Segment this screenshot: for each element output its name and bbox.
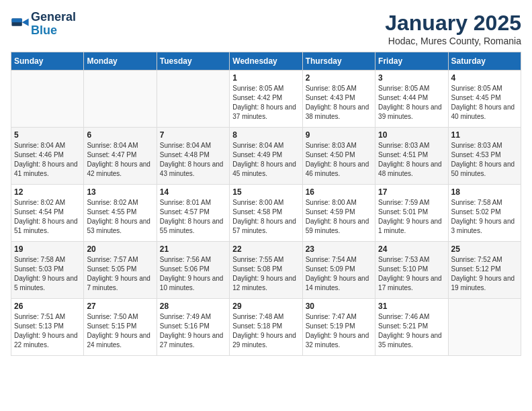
calendar-cell: 7Sunrise: 8:04 AM Sunset: 4:48 PM Daylig… [157,128,229,185]
day-number: 11 [451,130,518,140]
day-info: Sunrise: 8:04 AM Sunset: 4:47 PM Dayligh… [87,141,153,179]
day-number: 9 [306,130,372,140]
calendar-cell: 18Sunrise: 7:58 AM Sunset: 5:02 PM Dayli… [448,185,521,242]
day-number: 22 [232,244,299,254]
day-info: Sunrise: 8:02 AM Sunset: 4:54 PM Dayligh… [14,198,81,236]
day-number: 1 [232,73,299,83]
calendar-cell: 10Sunrise: 8:03 AM Sunset: 4:51 PM Dayli… [375,128,448,185]
calendar-cell: 26Sunrise: 7:51 AM Sunset: 5:13 PM Dayli… [11,299,84,356]
day-number: 20 [87,244,153,254]
calendar-cell: 17Sunrise: 7:59 AM Sunset: 5:01 PM Dayli… [375,185,448,242]
calendar-cell [157,71,229,128]
week-row-4: 19Sunrise: 7:58 AM Sunset: 5:03 PM Dayli… [11,242,521,299]
day-info: Sunrise: 8:03 AM Sunset: 4:50 PM Dayligh… [306,141,372,179]
calendar-cell: 8Sunrise: 8:04 AM Sunset: 4:49 PM Daylig… [230,128,302,185]
calendar-cell: 16Sunrise: 8:00 AM Sunset: 4:59 PM Dayli… [302,185,375,242]
day-number: 15 [232,187,299,197]
day-info: Sunrise: 7:54 AM Sunset: 5:09 PM Dayligh… [306,255,372,293]
calendar-cell [448,299,521,356]
day-info: Sunrise: 7:58 AM Sunset: 5:03 PM Dayligh… [14,255,81,293]
day-number: 5 [14,130,81,140]
day-number: 25 [451,244,518,254]
day-info: Sunrise: 7:55 AM Sunset: 5:08 PM Dayligh… [232,255,299,293]
day-number: 10 [378,130,445,140]
weekday-header-monday: Monday [84,52,157,71]
day-info: Sunrise: 8:05 AM Sunset: 4:42 PM Dayligh… [232,84,299,122]
calendar-cell: 25Sunrise: 7:52 AM Sunset: 5:12 PM Dayli… [448,242,521,299]
day-number: 19 [14,244,81,254]
week-row-5: 26Sunrise: 7:51 AM Sunset: 5:13 PM Dayli… [11,299,521,356]
day-info: Sunrise: 8:01 AM Sunset: 4:57 PM Dayligh… [160,198,226,236]
week-row-2: 5Sunrise: 8:04 AM Sunset: 4:46 PM Daylig… [11,128,521,185]
day-number: 21 [160,244,226,254]
day-info: Sunrise: 7:51 AM Sunset: 5:13 PM Dayligh… [14,312,81,350]
calendar-cell: 20Sunrise: 7:57 AM Sunset: 5:05 PM Dayli… [84,242,157,299]
main-title: January 2025 [385,11,521,36]
day-info: Sunrise: 7:56 AM Sunset: 5:06 PM Dayligh… [160,255,226,293]
weekday-header-thursday: Thursday [302,52,375,71]
title-block: January 2025 Hodac, Mures County, Romani… [385,11,521,46]
day-number: 24 [378,244,445,254]
calendar-cell [11,71,84,128]
day-number: 3 [378,73,445,83]
day-number: 8 [232,130,299,140]
day-info: Sunrise: 8:04 AM Sunset: 4:49 PM Dayligh… [232,141,299,179]
subtitle: Hodac, Mures County, Romania [385,36,521,46]
day-number: 28 [160,302,226,311]
weekday-header-wednesday: Wednesday [230,52,302,71]
calendar-cell: 14Sunrise: 8:01 AM Sunset: 4:57 PM Dayli… [157,185,229,242]
day-info: Sunrise: 8:02 AM Sunset: 4:55 PM Dayligh… [87,198,153,236]
calendar-cell: 5Sunrise: 8:04 AM Sunset: 4:46 PM Daylig… [11,128,84,185]
day-info: Sunrise: 8:04 AM Sunset: 4:48 PM Dayligh… [160,141,226,179]
page-header: General Blue January 2025 Hodac, Mures C… [11,11,521,46]
day-number: 14 [160,187,226,197]
calendar-cell: 6Sunrise: 8:04 AM Sunset: 4:47 PM Daylig… [84,128,157,185]
day-number: 12 [14,187,81,197]
day-number: 16 [306,187,372,197]
day-number: 17 [378,187,445,197]
day-info: Sunrise: 8:05 AM Sunset: 4:44 PM Dayligh… [378,84,445,122]
weekday-header-tuesday: Tuesday [157,52,229,71]
day-info: Sunrise: 8:04 AM Sunset: 4:46 PM Dayligh… [14,141,81,179]
logo-line2: Blue [31,24,76,38]
day-number: 6 [87,130,153,140]
day-number: 31 [378,302,445,311]
day-info: Sunrise: 8:05 AM Sunset: 4:43 PM Dayligh… [306,84,372,122]
calendar-cell: 19Sunrise: 7:58 AM Sunset: 5:03 PM Dayli… [11,242,84,299]
day-info: Sunrise: 7:53 AM Sunset: 5:10 PM Dayligh… [378,255,445,293]
calendar-cell: 28Sunrise: 7:49 AM Sunset: 5:16 PM Dayli… [157,299,229,356]
day-info: Sunrise: 7:48 AM Sunset: 5:18 PM Dayligh… [232,312,299,350]
day-info: Sunrise: 7:49 AM Sunset: 5:16 PM Dayligh… [160,312,226,350]
day-number: 27 [87,302,153,311]
week-row-3: 12Sunrise: 8:02 AM Sunset: 4:54 PM Dayli… [11,185,521,242]
day-number: 18 [451,187,518,197]
logo-icon [11,15,30,34]
day-number: 4 [451,73,518,83]
day-number: 26 [14,302,81,311]
calendar-cell: 2Sunrise: 8:05 AM Sunset: 4:43 PM Daylig… [302,71,375,128]
week-row-1: 1Sunrise: 8:05 AM Sunset: 4:42 PM Daylig… [11,71,521,128]
calendar-cell: 13Sunrise: 8:02 AM Sunset: 4:55 PM Dayli… [84,185,157,242]
day-number: 7 [160,130,226,140]
calendar-cell: 30Sunrise: 7:47 AM Sunset: 5:19 PM Dayli… [302,299,375,356]
calendar-cell: 12Sunrise: 8:02 AM Sunset: 4:54 PM Dayli… [11,185,84,242]
day-info: Sunrise: 7:59 AM Sunset: 5:01 PM Dayligh… [378,198,445,236]
calendar-cell: 15Sunrise: 8:00 AM Sunset: 4:58 PM Dayli… [230,185,302,242]
weekday-header-sunday: Sunday [11,52,84,71]
calendar-cell [84,71,157,128]
calendar-cell: 9Sunrise: 8:03 AM Sunset: 4:50 PM Daylig… [302,128,375,185]
day-number: 23 [306,244,372,254]
calendar-cell: 1Sunrise: 8:05 AM Sunset: 4:42 PM Daylig… [230,71,302,128]
day-info: Sunrise: 7:47 AM Sunset: 5:19 PM Dayligh… [306,312,372,350]
day-info: Sunrise: 7:46 AM Sunset: 5:21 PM Dayligh… [378,312,445,350]
day-number: 13 [87,187,153,197]
day-info: Sunrise: 7:52 AM Sunset: 5:12 PM Dayligh… [451,255,518,293]
day-info: Sunrise: 8:00 AM Sunset: 4:59 PM Dayligh… [306,198,372,236]
calendar-cell: 22Sunrise: 7:55 AM Sunset: 5:08 PM Dayli… [230,242,302,299]
calendar-cell: 27Sunrise: 7:50 AM Sunset: 5:15 PM Dayli… [84,299,157,356]
calendar-cell: 31Sunrise: 7:46 AM Sunset: 5:21 PM Dayli… [375,299,448,356]
day-info: Sunrise: 8:00 AM Sunset: 4:58 PM Dayligh… [232,198,299,236]
day-info: Sunrise: 8:05 AM Sunset: 4:45 PM Dayligh… [451,84,518,122]
day-info: Sunrise: 8:03 AM Sunset: 4:51 PM Dayligh… [378,141,445,179]
day-number: 2 [306,73,372,83]
